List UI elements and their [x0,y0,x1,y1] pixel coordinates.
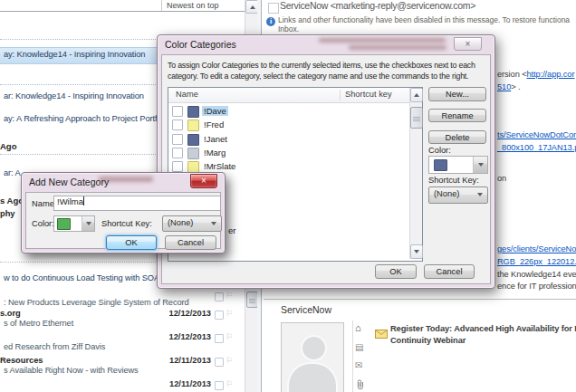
flag-icon[interactable]: ⚐ [226,380,233,388]
scroll-down-button[interactable] [410,244,423,259]
silhouette-head [301,335,327,361]
email-subject[interactable]: s Available Right Now - with Reviews [4,366,139,375]
color-dropdown[interactable] [53,215,95,232]
ok-button[interactable]: OK [106,235,157,250]
header-separator [161,0,162,11]
email-subject[interactable]: ed Research from Ziff Davis [4,342,105,351]
category-name[interactable]: !MrSlate [202,161,237,171]
sort-order-header[interactable]: Newest on top [167,1,219,10]
category-color-swatch [187,134,199,146]
add-new-category-dialog: Add New Category × Name: !Wilma Color: S… [21,172,226,253]
flag-icon[interactable]: ⚐ [226,357,233,365]
email-sender[interactable]: s.org [0,309,21,318]
category-checkbox[interactable] [172,120,183,130]
color-dropdown[interactable] [428,156,488,174]
category-checkbox[interactable] [172,148,183,158]
attachments-tab-icon[interactable] [356,378,365,392]
shortcut-key-value: (None) [168,218,193,227]
body-fragment: ence for IT professiona [497,282,576,291]
shortcut-key-dropdown[interactable]: (None) [428,186,488,204]
fragment-text: the Knowledge14 ever [497,270,576,279]
delete-button[interactable]: Delete [428,130,486,144]
email-subject[interactable]: ar: A [4,168,21,177]
rename-button[interactable]: Rename [428,109,486,122]
email-date: 12/11/2013 [169,356,211,365]
cancel-button[interactable]: Cancel [165,235,216,250]
people-pane-item-line1[interactable]: Register Today: Advanced High Availabili… [390,324,576,333]
home-tab-icon[interactable]: ⌂ [355,323,361,333]
flag-icon[interactable]: ⚐ [226,333,233,341]
category-box-icon[interactable] [215,292,224,301]
contact-name: ServiceNow [281,304,331,315]
hyperlink[interactable]: http://app.cor [527,70,575,79]
hyperlink[interactable]: ts/ServiceNowDotCom [497,130,576,139]
email-subject[interactable]: ay: Knowledge14 - Inspiring Innovation [4,50,145,59]
hyperlink[interactable]: RGB_226px_122012.p [497,257,576,266]
body-fragment: _800x100_17JAN13.p [497,143,576,152]
body-fragment: 510> . [497,82,521,91]
column-divider[interactable] [340,90,341,100]
triangle-down-icon [477,193,483,196]
shortcut-key-dropdown[interactable]: (None) [162,215,222,232]
email-subject[interactable]: w to do Continuous Load Testing with SOA [4,273,159,282]
dropdown-arrow-button[interactable] [82,216,94,231]
column-header-shortcut[interactable]: Shortcut key [345,90,392,99]
body-fragment: ges/clients/ServiceNo [497,244,576,253]
close-icon[interactable]: × [454,37,482,51]
email-subject[interactable]: s of Metro Ethernet [4,319,73,328]
email-subject[interactable]: ar: Knowledge14 - Inspiring Innovation [4,91,144,100]
new-button[interactable]: New... [428,87,486,101]
fragment-text: ersion < [497,70,527,79]
category-box-icon[interactable] [215,311,224,320]
infobar-line1: Links and other functionality have been … [278,15,570,24]
name-input[interactable]: !Wilma [53,196,221,211]
flag-icon[interactable]: ⚐ [226,310,233,318]
category-color-swatch [187,148,199,159]
email-subject[interactable]: ay: A Refreshing Approach to Project Por… [4,114,162,123]
thumb-grip [413,117,420,121]
cancel-button[interactable]: Cancel [424,264,475,279]
flag-icon[interactable]: ⚐ [226,292,233,300]
color-label: Color: [428,146,451,155]
column-header-name[interactable]: Name [176,90,198,99]
category-box-icon[interactable] [215,334,224,343]
dialog-content: Name: !Wilma Color: Shortcut Key: (None)… [25,192,221,249]
tabstrip-divider [352,320,353,392]
people-pane-item-line2[interactable]: Continuity Webinar [390,336,466,345]
hyperlink[interactable]: _800x100_17JAN13.p [497,143,576,152]
activities-tab-icon[interactable]: ▤ [355,342,363,352]
category-checkbox[interactable] [172,106,183,117]
ok-button[interactable]: OK [375,264,417,279]
fragment-text: ence for IT professiona [497,282,576,291]
mail-item-envelope-icon [375,326,388,342]
category-name[interactable]: !Fred [202,120,226,129]
category-name[interactable]: !Janet [202,134,229,144]
category-name[interactable]: !Dave [202,106,228,116]
category-list-scrollbar[interactable] [409,88,422,259]
category-checkbox[interactable] [172,134,183,145]
category-checkbox[interactable] [172,161,183,172]
email-sender[interactable]: phy [0,209,15,218]
category-name[interactable]: !Marg [202,148,227,158]
email-sender[interactable]: Resources [0,356,43,365]
list-header: Name Shortcut key [168,88,420,103]
group-header[interactable]: Ago [0,141,16,151]
category-box-icon[interactable] [215,358,224,367]
body-fragment: on [497,174,506,183]
people-pane: ServiceNow ⌂ ▤ ✉ Register Today: Advance… [264,300,576,392]
category-color-swatch [187,120,199,131]
mail-tab-icon[interactable]: ✉ [355,360,362,370]
category-box-icon[interactable] [215,381,224,390]
dialog-title: Add New Category [29,177,109,187]
instructions-line1: To assign Color Categories to the curren… [168,61,475,70]
scrollbar-thumb[interactable] [410,107,423,129]
category-name-fragment: er [228,225,235,235]
email-subject[interactable]: : New Products Leverage Single System of… [4,298,189,307]
fragment-text: on [497,174,506,183]
hyperlink[interactable]: 510 [497,82,511,91]
close-icon[interactable]: × [190,174,217,188]
hyperlink[interactable]: ges/clients/ServiceNo [497,244,576,253]
glass-blur-artifact [319,38,446,43]
dropdown-arrow-button[interactable] [473,157,487,173]
scroll-up-button[interactable] [410,88,423,102]
